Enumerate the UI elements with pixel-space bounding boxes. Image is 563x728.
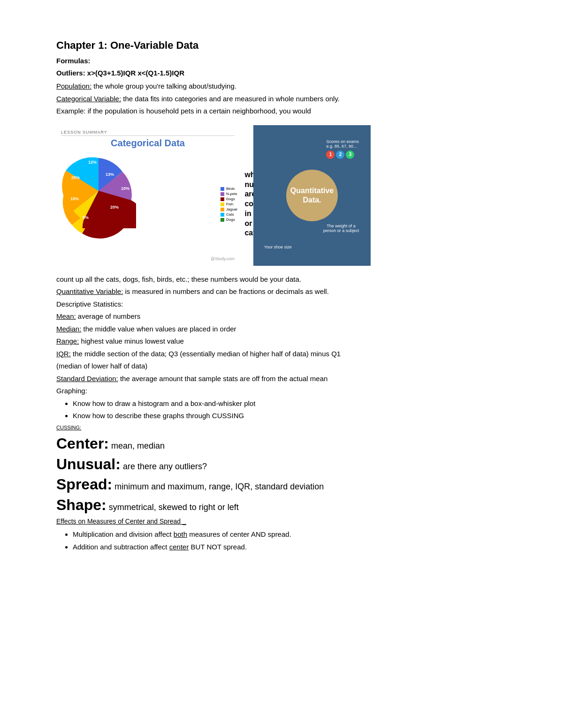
legend-jaguar: Jaguar — [221, 207, 237, 211]
quantitative-text: is measured in numbers and can be fracti… — [123, 287, 329, 295]
effects-bullet-2: Addition and subtraction affect center B… — [73, 542, 507, 553]
cussing-label: CUSSING: — [56, 424, 507, 432]
effects-bullet1-underline: both — [174, 530, 187, 538]
formulas-label: Formulas: — [56, 56, 507, 67]
quant-data-label: QuantitativeData. — [290, 186, 334, 204]
images-row: LESSON SUMMARY Categorical Data — [56, 125, 507, 266]
svg-text:10%: 10% — [121, 186, 129, 191]
svg-text:5%: 5% — [83, 215, 89, 220]
center-line: Center: mean, median — [56, 434, 507, 454]
spread-desc: minimum and maximum, range, IQR, standar… — [112, 482, 324, 491]
legend-fish: Fish — [221, 202, 237, 206]
sd-text: the average amount that sample stats are… — [118, 375, 328, 383]
shape-desc: symmetrical, skewed to right or left — [107, 503, 239, 512]
num-circle-1: 1 — [326, 150, 335, 159]
legend-color-jaguar — [221, 208, 224, 211]
effects-bullets: Multiplication and division affect both … — [73, 529, 507, 552]
legend-label-dogs2: Dogs — [226, 218, 235, 222]
center-big-text: Center: — [56, 435, 109, 452]
chapter-title: Chapter 1: One-Variable Data — [56, 38, 507, 53]
legend-label-dogs: Dogs — [226, 197, 235, 201]
effects-bullet2-post: BUT NOT spread. — [189, 543, 247, 551]
quant-center-circle: QuantitativeData. — [286, 170, 338, 221]
legend-label-cats: Cats — [226, 212, 234, 217]
legend-color-fish — [221, 203, 224, 206]
pie-area: 13% 10% 20% 5% 15% 25% 12% Birds N-pets — [61, 152, 235, 256]
legend-color-dogs2 — [221, 218, 224, 222]
mean-label: Mean: — [56, 312, 76, 320]
count-text: count up all the cats, dogs, fish, birds… — [56, 274, 507, 285]
iqr-text: the middle section of the data; Q3 (esse… — [71, 350, 341, 358]
svg-text:25%: 25% — [71, 175, 80, 180]
svg-text:12%: 12% — [88, 160, 97, 165]
population-line: Population: the whole group you're talki… — [56, 81, 507, 92]
iqr-line2: (median of lower half of data) — [56, 361, 507, 372]
legend-label-jaguar: Jaguar — [226, 207, 237, 211]
unusual-desc: are there any outliers? — [121, 462, 207, 471]
mean-line: Mean: average of numbers — [56, 311, 507, 322]
spread-line: Spread: minimum and maximum, range, IQR,… — [56, 475, 507, 495]
pie-chart: 13% 10% 20% 5% 15% 25% 12% — [61, 153, 136, 228]
effects-bullet1-pre: Multiplication and division affect — [73, 530, 174, 538]
svg-text:15%: 15% — [70, 196, 79, 201]
categorical-line: Categorical Variable: the data fits into… — [56, 94, 507, 105]
center-desc: mean, median — [109, 441, 165, 450]
legend-dogs2: Dogs — [221, 218, 237, 222]
num-circle-2: 2 — [336, 150, 344, 159]
quant-scores: Scores on examse.g. 85, 67, 90... 1 2 3 — [326, 139, 359, 159]
svg-text:20%: 20% — [110, 205, 119, 210]
legend-cats: Cats — [221, 212, 237, 217]
effects-bullet2-pre: Addition and subtraction affect — [73, 543, 169, 551]
legend-birds: Birds — [221, 187, 237, 191]
outliers-line: Outliers: x>(Q3+1.5)IQR x<(Q1-1.5)IQR — [56, 68, 507, 79]
lesson-summary-label: LESSON SUMMARY — [61, 130, 235, 136]
pie-legend: Birds N-pets Dogs Fish Jaguar — [221, 187, 237, 222]
graphing-bullets: Know how to draw a histogram and a box-a… — [73, 398, 507, 421]
num-circles: 1 2 3 — [326, 150, 359, 159]
range-text: highest value minus lowest value — [79, 337, 183, 345]
population-text: the whole group you're talking about/stu… — [91, 82, 236, 90]
effects-bullet1-post: measures of center AND spread. — [187, 530, 291, 538]
iqr-line: IQR: the middle section of the data; Q3 … — [56, 349, 507, 360]
effects-bullet-1: Multiplication and division affect both … — [73, 529, 507, 540]
svg-text:13%: 13% — [106, 172, 114, 177]
legend-color-birds — [221, 187, 224, 191]
sd-label: Standard Deviation: — [56, 375, 118, 383]
graphing-bullet-2: Know how to describe these graphs throug… — [73, 411, 507, 421]
quant-weight: The weight of a person or a subject — [322, 224, 360, 233]
quant-inner: QuantitativeData. Scores on examse.g. 85… — [260, 132, 364, 259]
population-label: Population: — [56, 82, 91, 90]
effects-header: Effects on Measures of Center and Spread… — [56, 517, 507, 526]
descriptive-text: Descriptive Statistics: — [56, 299, 507, 310]
mean-text: average of numbers — [76, 312, 141, 320]
iqr-label: IQR: — [56, 350, 71, 358]
quantitative-data-image: QuantitativeData. Scores on examse.g. 85… — [253, 125, 371, 266]
median-text: the middle value when values are placed … — [81, 325, 236, 333]
spread-big-text: Spread: — [56, 476, 112, 493]
legend-label-birds: Birds — [226, 187, 235, 191]
legend-color-dogs — [221, 197, 224, 201]
categorical-label: Categorical Variable: — [56, 95, 121, 103]
cat-data-title: Categorical Data — [61, 138, 235, 149]
legend-dogs: Dogs — [221, 197, 237, 201]
graphing-text: Graphing: — [56, 386, 507, 397]
unusual-line: Unusual: are there any outliers? — [56, 455, 507, 474]
shape-big-text: Shape: — [56, 496, 107, 513]
graphing-bullet-1: Know how to draw a histogram and a box-a… — [73, 398, 507, 409]
example-text: Example: if the population is household … — [56, 106, 507, 117]
legend-color-cats — [221, 213, 224, 217]
sd-line: Standard Deviation: the average amount t… — [56, 374, 507, 384]
quant-shoe: Your shoe size — [264, 245, 292, 249]
study-credit: @Study.com — [61, 256, 235, 261]
legend-label-npets: N-pets — [226, 192, 237, 196]
num-circle-3: 3 — [346, 150, 354, 159]
effects-bullet2-underline: center — [169, 543, 189, 551]
range-line: Range: highest value minus lowest value — [56, 336, 507, 347]
legend-color-npets — [221, 192, 224, 196]
range-label: Range: — [56, 337, 79, 345]
categorical-text: the data fits into categories and are me… — [121, 95, 340, 103]
legend-label-fish: Fish — [226, 202, 233, 206]
legend-npets: N-pets — [221, 192, 237, 196]
quantitative-label: Quantitative Variable: — [56, 287, 123, 295]
shape-line: Shape: symmetrical, skewed to right or l… — [56, 495, 507, 515]
